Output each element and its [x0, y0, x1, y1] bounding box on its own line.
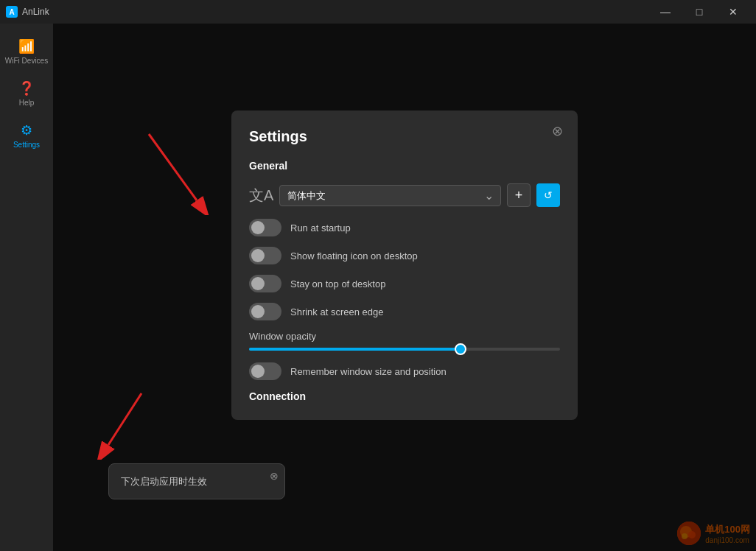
toggle-run-startup-switch[interactable] [249, 219, 281, 236]
sidebar-label-wifi-devices: WiFi Devices [5, 57, 48, 66]
settings-modal: Settings ⊗ General 文A 简体中文 English 日本語 +… [231, 110, 578, 420]
opacity-slider-thumb[interactable] [455, 343, 466, 355]
bottom-toast: ⊗ 下次启动应用时生效 [108, 463, 285, 499]
language-select[interactable]: 简体中文 English 日本語 [279, 185, 501, 206]
title-bar-controls: — □ ✕ [648, 0, 750, 24]
toggle-stay-on-top: Stay on top of desktop [249, 275, 560, 292]
toggle-remember-window-switch[interactable] [249, 362, 281, 380]
sidebar-item-help[interactable]: ❓ Help [0, 73, 53, 115]
toggle-stay-on-top-label: Stay on top of desktop [290, 278, 385, 289]
toggle-stay-on-top-switch[interactable] [249, 275, 281, 292]
general-section-title: General [249, 160, 560, 172]
toggle-floating-icon-switch[interactable] [249, 247, 281, 264]
toggle-floating-icon-label: Show floating icon on desktop [290, 250, 418, 262]
toggle-run-startup-label: Run at startup [290, 222, 351, 234]
opacity-label: Window opacity [249, 331, 560, 342]
modal-close-button[interactable]: ⊗ [548, 122, 566, 140]
toggle-shrink-edge: Shrink at screen edge [249, 303, 560, 320]
main-area: 📶 WiFi Devices ❓ Help ⚙ Settings Setting… [0, 24, 756, 551]
sidebar-label-help: Help [19, 99, 35, 108]
app-title: AnLink [22, 7, 49, 17]
opacity-section: Window opacity [249, 331, 560, 351]
sidebar-item-wifi-devices[interactable]: 📶 WiFi Devices [0, 31, 53, 73]
opacity-slider-track [249, 348, 560, 351]
toggle-remember-window-label: Remember window size and position [290, 366, 447, 377]
title-bar: A AnLink — □ ✕ [0, 0, 756, 24]
connection-section-title: Connection [249, 390, 560, 402]
sidebar-item-settings[interactable]: ⚙ Settings [0, 115, 53, 157]
content-area: Settings ⊗ General 文A 简体中文 English 日本語 +… [53, 24, 756, 551]
app-icon: A [6, 6, 18, 18]
toast-close-button[interactable]: ⊗ [270, 470, 279, 482]
toggle-floating-icon: Show floating icon on desktop [249, 247, 560, 264]
title-bar-left: A AnLink [6, 6, 49, 18]
maximize-button[interactable]: □ [682, 0, 716, 24]
toggle-shrink-edge-label: Shrink at screen edge [290, 306, 383, 317]
toggle-run-startup: Run at startup [249, 219, 560, 236]
refresh-button[interactable]: ↺ [536, 183, 560, 207]
language-select-wrapper: 简体中文 English 日本語 [279, 185, 501, 206]
add-language-button[interactable]: + [507, 183, 531, 207]
minimize-button[interactable]: — [648, 0, 682, 24]
toggle-remember-window: Remember window size and position [249, 362, 560, 380]
sidebar-label-settings: Settings [13, 141, 40, 150]
wifi-devices-icon: 📶 [18, 38, 35, 55]
toast-text: 下次启动应用时生效 [121, 476, 207, 487]
opacity-slider-fill [249, 348, 461, 351]
toggle-shrink-edge-switch[interactable] [249, 303, 281, 320]
language-row: 文A 简体中文 English 日本語 + ↺ [249, 183, 560, 207]
modal-title: Settings [249, 128, 560, 145]
help-icon: ❓ [18, 80, 35, 96]
close-button[interactable]: ✕ [716, 0, 750, 24]
settings-icon: ⚙ [21, 122, 32, 138]
sidebar: 📶 WiFi Devices ❓ Help ⚙ Settings [0, 24, 53, 551]
language-icon: 文A [249, 186, 273, 206]
